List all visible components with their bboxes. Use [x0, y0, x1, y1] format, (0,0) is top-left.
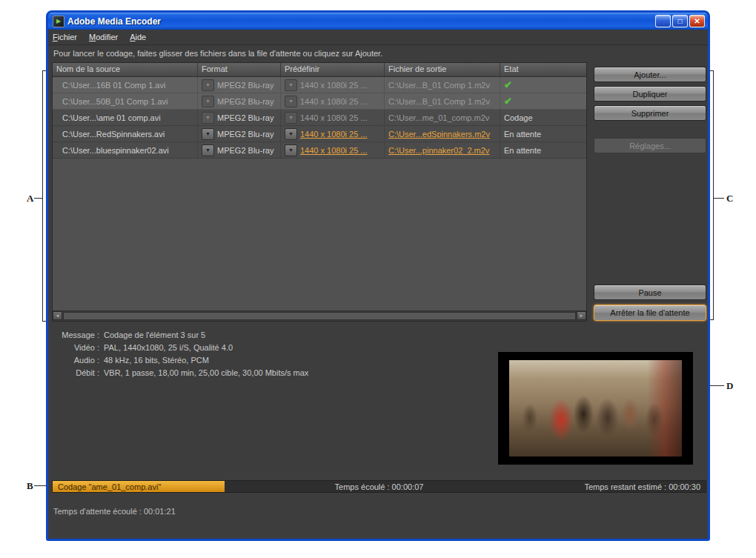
close-button[interactable]: ✕: [689, 15, 705, 27]
message-label: Message :: [53, 331, 99, 339]
chevron-down-icon: ▼: [205, 131, 210, 136]
status-cell: Codage: [500, 110, 586, 125]
video-value: PAL, 1440x1080, 25 i/S, Qualité 4.0: [104, 343, 233, 352]
chevron-down-icon: ▼: [205, 147, 210, 153]
scroll-left-icon: ◄: [56, 313, 60, 318]
pause-button[interactable]: Pause: [594, 285, 706, 300]
preset-link[interactable]: 1440 x 1080i 25 ...: [300, 130, 368, 139]
preset-label: 1440 x 1080i 25 ...: [300, 113, 368, 122]
status-cell: En attente: [500, 142, 586, 158]
format-cell: ▼ MPEG2 Blu-ray: [198, 142, 281, 158]
annotation-label-c: C: [726, 193, 733, 205]
output-cell: C:\User...edSpinnakers.m2v: [385, 126, 500, 142]
maximize-icon: □: [677, 17, 682, 25]
check-icon: ✔: [504, 96, 512, 107]
add-button[interactable]: Ajouter...: [594, 67, 706, 82]
encoding-info-panel: Message :Codage de l'élément 3 sur 5 Vid…: [53, 331, 308, 381]
source-cell: C:\User...RedSpinnakers.avi: [53, 126, 198, 142]
preset-dropdown[interactable]: ▼: [285, 128, 297, 140]
queue-row[interactable]: C:\User...50B_01 Comp 1.avi ▼ MPEG2 Blu-…: [53, 93, 586, 110]
chevron-down-icon: ▼: [288, 115, 294, 120]
annotation-label-d: D: [726, 380, 733, 392]
minimize-button[interactable]: _: [655, 15, 671, 27]
chevron-down-icon: ▼: [205, 82, 210, 87]
audio-value: 48 kHz, 16 bits, Stéréo, PCM: [104, 356, 209, 365]
column-header-output[interactable]: Fichier de sortie: [385, 63, 500, 76]
format-dropdown[interactable]: ▼: [202, 96, 214, 107]
progress-fill: Codage "ame_01_comp.avi": [53, 481, 225, 492]
queue-row[interactable]: C:\User...bluespinnaker02.avi ▼ MPEG2 Bl…: [53, 142, 586, 159]
column-header-preset[interactable]: Prédéfinir: [281, 63, 385, 76]
annotation-line: [713, 70, 714, 320]
status-cell: En attente: [500, 126, 586, 142]
close-icon: ✕: [694, 17, 700, 25]
scroll-right-icon: ►: [580, 313, 584, 318]
figure-canvas: A B C D ▶ Adobe Media Encoder _ □ ✕ Fich…: [0, 0, 756, 558]
preset-link[interactable]: 1440 x 1080i 25 ...: [300, 146, 368, 155]
video-preview-image: [509, 360, 682, 456]
remaining-time-text: Temps restant estimé : 00:00:30: [584, 481, 700, 492]
annotation-label-b: B: [27, 480, 33, 492]
window-title: Adobe Media Encoder: [67, 16, 655, 27]
duplicate-button[interactable]: Dupliquer: [594, 86, 706, 102]
output-cell: C:\User...B_01 Comp 1.m2v: [385, 93, 500, 109]
format-dropdown[interactable]: ▼: [202, 79, 214, 91]
chevron-down-icon: ▼: [288, 82, 294, 87]
preset-cell: ▼ 1440 x 1080i 25 ...: [281, 110, 385, 125]
preset-dropdown[interactable]: ▼: [285, 145, 297, 156]
video-preview-frame: [498, 352, 693, 465]
queue-row[interactable]: C:\User...RedSpinnakers.avi ▼ MPEG2 Blu-…: [53, 126, 586, 142]
menu-modifier[interactable]: Modifier: [89, 33, 118, 41]
scroll-right-button[interactable]: ►: [577, 311, 586, 320]
queue-row[interactable]: C:\User...16B 01 Comp 1.avi ▼ MPEG2 Blu-…: [53, 77, 586, 93]
column-header-status[interactable]: Etat: [500, 63, 586, 76]
progress-current-label: Codage "ame_01_comp.avi": [58, 482, 161, 491]
output-label: C:\User...B_01 Comp 1.m2v: [388, 81, 490, 90]
source-cell: C:\User...\ame 01 comp.avi: [53, 110, 198, 125]
output-cell: C:\User...pinnaker02_2.m2v: [385, 142, 500, 158]
preset-cell: ▼ 1440 x 1080i 25 ...: [281, 93, 385, 109]
title-bar[interactable]: ▶ Adobe Media Encoder _ □ ✕: [48, 13, 708, 30]
stop-queue-button[interactable]: Arrêter la file d'attente: [594, 305, 706, 321]
menu-fichier[interactable]: Fichier: [53, 33, 77, 41]
horizontal-scrollbar[interactable]: ◄ ►: [53, 310, 586, 321]
chevron-down-icon: ▼: [288, 131, 294, 136]
bitrate-value: VBR, 1 passe, 18,00 min, 25,00 cible, 30…: [104, 368, 308, 377]
chevron-down-icon: ▼: [205, 99, 210, 104]
output-link[interactable]: C:\User...pinnaker02_2.m2v: [388, 146, 489, 155]
app-window: ▶ Adobe Media Encoder _ □ ✕ Fichier Modi…: [46, 10, 710, 541]
remove-button[interactable]: Supprimer: [594, 105, 706, 121]
preset-dropdown[interactable]: ▼: [285, 79, 297, 91]
source-cell: C:\User...50B_01 Comp 1.avi: [53, 93, 198, 109]
format-dropdown[interactable]: ▼: [202, 112, 214, 124]
column-header-format[interactable]: Format: [198, 63, 281, 76]
format-label: MPEG2 Blu-ray: [217, 81, 273, 90]
format-dropdown[interactable]: ▼: [202, 128, 214, 140]
format-cell: ▼ MPEG2 Blu-ray: [198, 110, 281, 125]
menu-aide[interactable]: Aide: [130, 33, 146, 41]
output-link[interactable]: C:\User...edSpinnakers.m2v: [388, 130, 490, 139]
scrollbar-thumb[interactable]: [63, 312, 576, 320]
annotation-line: [34, 485, 46, 486]
format-cell: ▼ MPEG2 Blu-ray: [198, 126, 281, 142]
queue-elapsed-text: Temps d'attente écoulé : 00:01:21: [53, 507, 176, 516]
output-cell: C:\User...me_01_comp.m2v: [385, 110, 500, 125]
format-dropdown[interactable]: ▼: [202, 145, 214, 156]
chevron-down-icon: ▼: [288, 99, 294, 104]
settings-button: Réglages...: [594, 138, 706, 153]
annotation-line: [710, 385, 724, 386]
output-label: C:\User...me_01_comp.m2v: [388, 113, 489, 122]
preset-dropdown[interactable]: ▼: [285, 112, 297, 124]
status-text: En attente: [504, 146, 541, 155]
queue-row[interactable]: C:\User...\ame 01 comp.avi ▼ MPEG2 Blu-r…: [53, 110, 586, 126]
scroll-left-button[interactable]: ◄: [53, 311, 62, 320]
format-label: MPEG2 Blu-ray: [217, 130, 273, 139]
minimize-icon: _: [661, 19, 666, 27]
maximize-button[interactable]: □: [672, 15, 688, 27]
preset-dropdown[interactable]: ▼: [285, 96, 297, 107]
format-label: MPEG2 Blu-ray: [217, 97, 273, 106]
format-cell: ▼ MPEG2 Blu-ray: [198, 77, 281, 93]
chevron-down-icon: ▼: [205, 115, 210, 120]
source-cell: C:\User...bluespinnaker02.avi: [53, 142, 198, 158]
column-header-source[interactable]: Nom de la source: [53, 63, 198, 76]
